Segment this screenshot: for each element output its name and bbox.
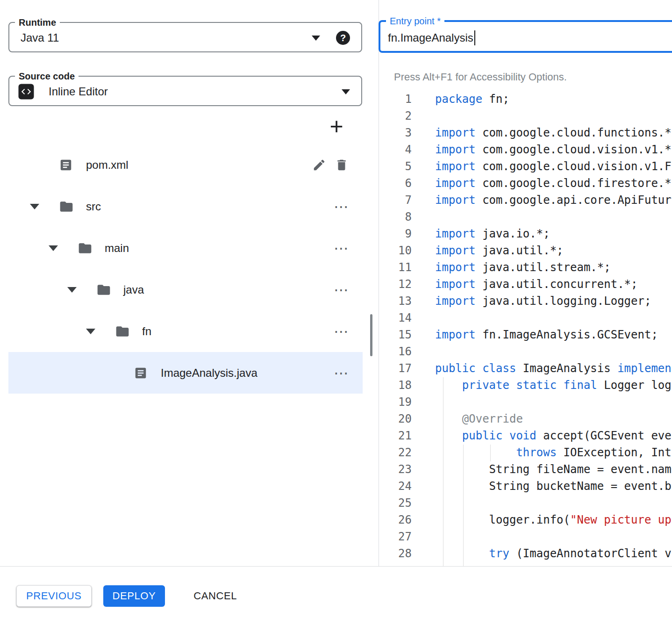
line-number: 20	[379, 410, 412, 427]
previous-button[interactable]: PREVIOUS	[16, 585, 92, 607]
line-number: 5	[379, 158, 412, 175]
accessibility-hint: Press Alt+F1 for Accessibility Options.	[394, 71, 567, 83]
code-line: 8	[379, 208, 672, 225]
dropdown-arrow-icon	[342, 89, 350, 94]
tree-item-src[interactable]: src⋯	[8, 186, 363, 227]
line-number: 24	[379, 478, 412, 495]
expand-caret-icon[interactable]	[30, 204, 39, 209]
code-icon	[18, 83, 35, 100]
deploy-button[interactable]: DEPLOY	[103, 585, 165, 607]
line-number: 1	[379, 91, 412, 108]
code-editor[interactable]: 1package fn;23import com.google.cloud.fu…	[379, 88, 672, 566]
code-line: 15import fn.ImageAnalysis.GCSEvent;	[379, 326, 672, 343]
more-options-icon[interactable]: ⋯	[334, 241, 349, 256]
scrollbar-thumb[interactable]	[370, 314, 372, 356]
tree-item-fn[interactable]: fn⋯	[8, 310, 363, 352]
line-number: 7	[379, 192, 412, 208]
entry-point-value: fn.ImageAnalysis	[388, 31, 473, 44]
delete-icon[interactable]	[335, 158, 349, 172]
line-number: 3	[379, 124, 412, 141]
code-line: 24 String bucketName = event.b	[379, 478, 672, 495]
code-line: 23 String fileName = event.nam	[379, 461, 672, 478]
tree-item-label: fn	[142, 325, 151, 338]
line-number: 6	[379, 175, 412, 192]
code-line: 20 @Override	[379, 410, 672, 427]
file-icon	[134, 366, 149, 380]
line-number: 8	[379, 208, 412, 225]
text-cursor	[474, 30, 475, 45]
code-line: 18 private static final Logger log	[379, 377, 672, 394]
tree-item-label: java	[123, 283, 144, 296]
line-number: 19	[379, 394, 412, 410]
tree-item-java[interactable]: java⋯	[8, 269, 363, 310]
code-line: 19	[379, 394, 672, 410]
add-file-button[interactable]: +	[324, 114, 349, 138]
runtime-label: Runtime	[15, 17, 60, 28]
edit-icon[interactable]	[312, 158, 326, 172]
code-line: 5import com.google.cloud.vision.v1.F	[379, 158, 672, 175]
source-code-value: Inline Editor	[49, 85, 108, 98]
tree-item-imageanalysis-java[interactable]: ImageAnalysis.java⋯	[8, 352, 363, 394]
code-line: 17public class ImageAnalysis implemen	[379, 360, 672, 377]
code-line: 12import java.util.concurrent.*;	[379, 276, 672, 293]
footer-divider	[0, 566, 672, 567]
line-number: 10	[379, 242, 412, 259]
code-line: 16	[379, 343, 672, 360]
code-line: 13import java.util.logging.Logger;	[379, 293, 672, 309]
runtime-value: Java 11	[21, 31, 59, 44]
code-line: 26 logger.info("New picture up	[379, 511, 672, 528]
line-number: 9	[379, 225, 412, 242]
folder-icon	[59, 199, 74, 214]
code-line: 14	[379, 309, 672, 326]
code-line: 2	[379, 108, 672, 124]
code-line: 4import com.google.cloud.vision.v1.*	[379, 141, 672, 158]
line-number: 2	[379, 108, 412, 124]
line-number: 14	[379, 309, 412, 326]
line-number: 28	[379, 545, 412, 562]
code-line: 27	[379, 528, 672, 545]
entry-point-label: Entry point *	[386, 15, 444, 27]
code-line: 22 throws IOException, Int	[379, 444, 672, 461]
line-number: 11	[379, 259, 412, 276]
line-number: 26	[379, 511, 412, 528]
tree-item-label: ImageAnalysis.java	[161, 366, 257, 380]
tree-item-main[interactable]: main⋯	[8, 227, 363, 269]
line-number: 18	[379, 377, 412, 394]
tree-item-label: main	[105, 242, 129, 255]
code-line: 11import java.util.stream.*;	[379, 259, 672, 276]
more-options-icon[interactable]: ⋯	[334, 199, 349, 214]
folder-icon	[115, 324, 130, 339]
help-icon[interactable]: ?	[336, 31, 350, 45]
expand-caret-icon[interactable]	[49, 245, 58, 251]
code-lines: 1package fn;23import com.google.cloud.fu…	[379, 91, 672, 562]
code-line: 28 try (ImageAnnotatorClient v	[379, 545, 672, 562]
expand-caret-icon[interactable]	[86, 329, 95, 334]
code-line: 6import com.google.cloud.firestore.*	[379, 175, 672, 192]
line-number: 17	[379, 360, 412, 377]
code-line: 7import com.google.api.core.ApiFutur	[379, 192, 672, 208]
line-number: 27	[379, 528, 412, 545]
more-options-icon[interactable]: ⋯	[334, 282, 349, 297]
source-code-label: Source code	[15, 71, 79, 82]
more-options-icon[interactable]: ⋯	[334, 366, 349, 381]
dropdown-arrow-icon	[312, 36, 320, 41]
line-number: 4	[379, 141, 412, 158]
line-number: 21	[379, 427, 412, 444]
tree-item-pom-xml[interactable]: pom.xml	[8, 144, 363, 186]
footer-actions: PREVIOUS DEPLOY CANCEL	[16, 585, 246, 607]
more-options-icon[interactable]: ⋯	[334, 324, 349, 339]
entry-point-field[interactable]: Entry point * fn.ImageAnalysis	[379, 15, 672, 53]
code-line: 3import com.google.cloud.functions.*	[379, 124, 672, 141]
folder-icon	[78, 241, 93, 256]
line-number: 12	[379, 276, 412, 293]
line-number: 23	[379, 461, 412, 478]
runtime-select[interactable]: Runtime Java 11 ?	[8, 17, 362, 52]
code-line: 25	[379, 495, 672, 511]
cancel-button[interactable]: CANCEL	[184, 585, 246, 607]
line-number: 15	[379, 326, 412, 343]
folder-icon	[96, 282, 111, 297]
source-code-select[interactable]: Source code Inline Editor	[8, 71, 362, 106]
line-number: 13	[379, 293, 412, 309]
code-line: 1package fn;	[379, 91, 672, 108]
expand-caret-icon[interactable]	[67, 287, 77, 293]
